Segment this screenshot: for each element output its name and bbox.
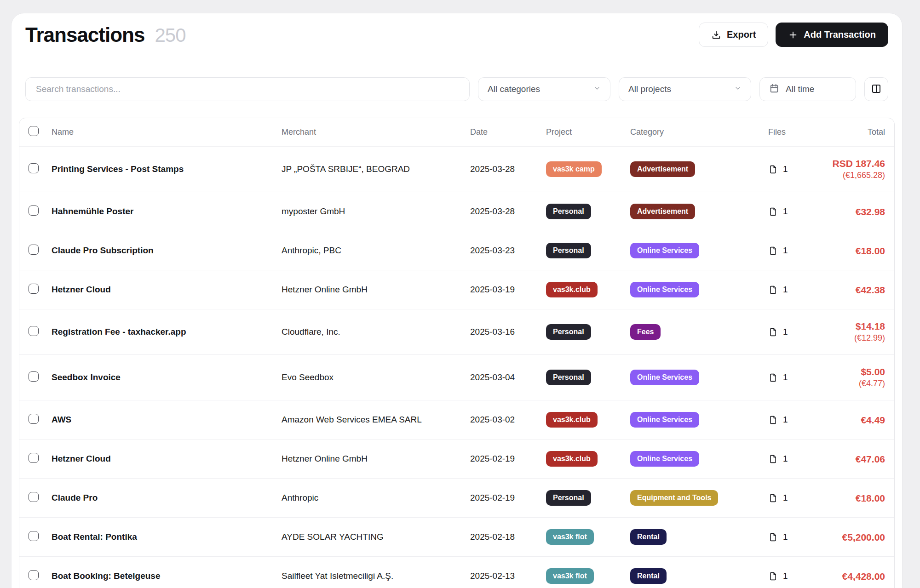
table-row[interactable]: Boat Booking: Betelgeuse Sailfleet Yat I… xyxy=(19,557,894,588)
category-badge[interactable]: Fees xyxy=(630,324,661,340)
row-checkbox[interactable] xyxy=(29,326,39,336)
table-row[interactable]: AWS Amazon Web Services EMEA SARL 2025-0… xyxy=(19,400,894,440)
row-checkbox[interactable] xyxy=(29,570,39,580)
file-icon xyxy=(768,164,778,175)
row-checkbox[interactable] xyxy=(29,206,39,216)
row-date: 2025-02-13 xyxy=(470,559,546,588)
project-badge[interactable]: Personal xyxy=(546,204,591,219)
row-category-cell: Online Services xyxy=(630,231,768,270)
project-badge[interactable]: vas3k.club xyxy=(546,282,598,297)
table-row[interactable]: Hahnemühle Poster myposter GmbH 2025-03-… xyxy=(19,192,894,231)
category-badge[interactable]: Rental xyxy=(630,529,667,545)
row-checkbox[interactable] xyxy=(29,414,39,424)
row-category-cell: Rental xyxy=(630,557,768,588)
table-body: Printing Services - Post Stamps JP „POŠT… xyxy=(19,147,894,588)
file-icon xyxy=(768,206,778,217)
category-badge[interactable]: Online Services xyxy=(630,243,699,258)
select-all-checkbox[interactable] xyxy=(29,126,39,136)
category-badge[interactable]: Online Services xyxy=(630,412,699,428)
add-transaction-button[interactable]: Add Transaction xyxy=(776,23,888,47)
row-files-cell: 1 xyxy=(768,153,823,186)
row-merchant: Evo Seedbox xyxy=(282,361,470,394)
search-input[interactable] xyxy=(25,77,470,101)
table-row[interactable]: Claude Pro Subscription Anthropic, PBC 2… xyxy=(19,231,894,270)
row-name: Boat Rental: Pontika xyxy=(52,520,282,554)
column-header-category: Category xyxy=(630,120,768,145)
table-row[interactable]: Claude Pro Anthropic 2025-02-19 Personal… xyxy=(19,479,894,518)
table-row[interactable]: Registration Fee - taxhacker.app Cloudfl… xyxy=(19,309,894,355)
category-badge[interactable]: Rental xyxy=(630,568,667,584)
total-amount: €32.98 xyxy=(856,206,885,217)
category-filter-value: All categories xyxy=(488,84,540,94)
category-badge[interactable]: Online Services xyxy=(630,282,699,297)
table-row[interactable]: Printing Services - Post Stamps JP „POŠT… xyxy=(19,147,894,192)
row-checkbox[interactable] xyxy=(29,163,39,173)
row-date: 2025-03-16 xyxy=(470,315,546,348)
row-name: Hetzner Cloud xyxy=(52,273,282,306)
category-badge[interactable]: Advertisement xyxy=(630,204,695,219)
row-category-cell: Advertisement xyxy=(630,150,768,188)
columns-layout-icon xyxy=(871,83,882,96)
transactions-table: Name Merchant Date Project Category File… xyxy=(19,118,895,588)
table-row[interactable]: Seedbox Invoice Evo Seedbox 2025-03-04 P… xyxy=(19,355,894,400)
row-checkbox-cell xyxy=(29,402,52,437)
row-category-cell: Fees xyxy=(630,313,768,351)
select-all-cell xyxy=(29,118,52,146)
project-badge[interactable]: Personal xyxy=(546,243,591,258)
project-badge[interactable]: vas3k.club xyxy=(546,451,598,467)
title-group: Transactions 250 xyxy=(25,23,186,46)
row-checkbox[interactable] xyxy=(29,284,39,294)
row-category-cell: Online Services xyxy=(630,400,768,439)
project-badge[interactable]: vas3k camp xyxy=(546,161,602,177)
file-icon xyxy=(768,532,778,542)
category-badge[interactable]: Advertisement xyxy=(630,161,695,177)
file-icon xyxy=(768,285,778,295)
row-checkbox[interactable] xyxy=(29,371,39,382)
date-range-filter[interactable]: All time xyxy=(759,77,856,101)
row-date: 2025-03-19 xyxy=(470,273,546,306)
file-count: 1 xyxy=(783,571,788,581)
total-amount: RSD 187.46 xyxy=(833,158,885,169)
category-badge[interactable]: Online Services xyxy=(630,370,699,385)
project-badge[interactable]: Personal xyxy=(546,490,591,506)
project-badge[interactable]: Personal xyxy=(546,324,591,340)
project-badge[interactable]: vas3k flot xyxy=(546,529,594,545)
table-row[interactable]: Hetzner Cloud Hetzner Online GmbH 2025-0… xyxy=(19,270,894,309)
row-date: 2025-03-28 xyxy=(470,195,546,228)
row-date: 2025-03-23 xyxy=(470,234,546,267)
row-date: 2025-03-28 xyxy=(470,153,546,186)
row-total-cell: €32.98 xyxy=(823,195,885,228)
row-files-cell: 1 xyxy=(768,361,823,394)
row-name: Claude Pro Subscription xyxy=(52,234,282,267)
row-checkbox-cell xyxy=(29,519,52,554)
row-files-cell: 1 xyxy=(768,195,823,228)
row-checkbox-cell xyxy=(29,272,52,307)
project-badge[interactable]: vas3k.club xyxy=(546,412,598,428)
row-checkbox[interactable] xyxy=(29,492,39,502)
category-filter-dropdown[interactable]: All categories xyxy=(478,77,610,101)
row-name: Hetzner Cloud xyxy=(52,442,282,475)
row-checkbox[interactable] xyxy=(29,453,39,463)
project-filter-dropdown[interactable]: All projects xyxy=(619,77,751,101)
content-card: Transactions 250 Export Add Transaction … xyxy=(11,13,903,588)
file-icon xyxy=(768,571,778,582)
row-name: Hahnemühle Poster xyxy=(52,195,282,228)
row-project-cell: vas3k.club xyxy=(546,400,630,439)
row-category-cell: Equipment and Tools xyxy=(630,479,768,517)
project-badge[interactable]: vas3k flot xyxy=(546,568,594,584)
columns-toggle-button[interactable] xyxy=(864,77,888,101)
table-row[interactable]: Boat Rental: Pontika AYDE SOLAR YACHTING… xyxy=(19,518,894,557)
table-row[interactable]: Hetzner Cloud Hetzner Online GmbH 2025-0… xyxy=(19,440,894,479)
row-total-cell: €18.00 xyxy=(823,234,885,268)
column-header-name: Name xyxy=(52,120,282,145)
row-checkbox[interactable] xyxy=(29,245,39,255)
project-badge[interactable]: Personal xyxy=(546,370,591,385)
row-checkbox-cell xyxy=(29,194,52,229)
row-checkbox-cell xyxy=(29,441,52,476)
category-badge[interactable]: Equipment and Tools xyxy=(630,490,718,506)
row-checkbox[interactable] xyxy=(29,531,39,541)
row-date: 2025-02-19 xyxy=(470,442,546,475)
row-total-cell: €42.38 xyxy=(823,273,885,307)
export-button[interactable]: Export xyxy=(699,23,768,47)
category-badge[interactable]: Online Services xyxy=(630,451,699,467)
